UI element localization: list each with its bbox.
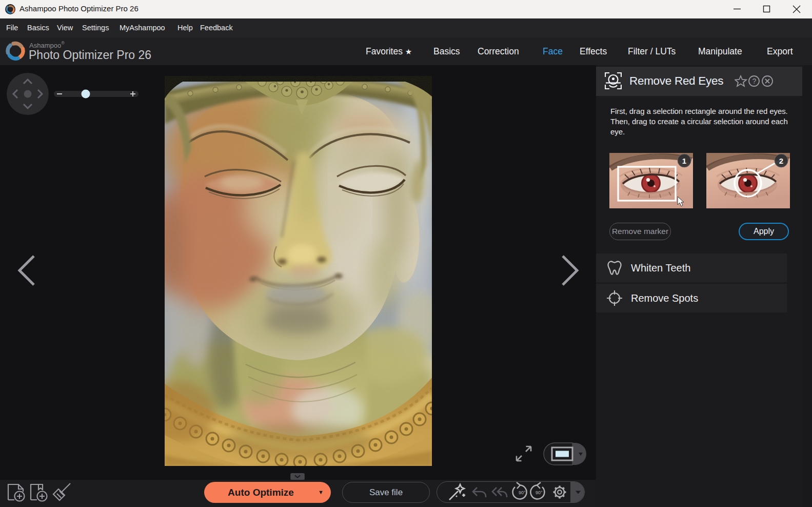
svg-text:?: ? <box>752 77 757 85</box>
svg-text:2: 2 <box>779 157 783 165</box>
svg-text:90°: 90° <box>519 490 526 495</box>
svg-text:90°: 90° <box>536 490 543 495</box>
svg-text:1: 1 <box>682 157 686 165</box>
